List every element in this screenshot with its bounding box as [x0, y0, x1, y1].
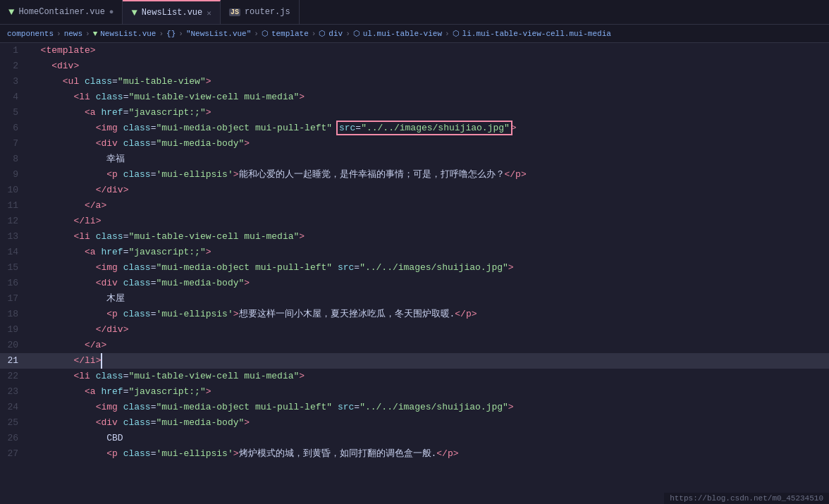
- line-num-19: 19: [0, 322, 27, 338]
- line-19: 19 </div>: [0, 322, 829, 338]
- bc-div: div: [328, 30, 343, 38]
- line-num-8: 8: [0, 152, 27, 167]
- vue-icon: ▼: [8, 6, 14, 18]
- tab-newslist-label: NewsList.vue: [142, 8, 202, 18]
- vue-icon-newslist: ▼: [131, 7, 137, 18]
- line-11: 11 </a>: [0, 198, 829, 214]
- line-num-1: 1: [0, 43, 27, 59]
- line-num-21: 21: [0, 353, 27, 369]
- line-23: 23 <a href="javascript:;">: [0, 384, 829, 400]
- bc-newslist-str: "NewsList.vue": [186, 30, 251, 38]
- line-content-2: <div>: [27, 59, 829, 74]
- line-content-8: 幸福: [27, 152, 829, 167]
- bc-ul: ul.mui-table-view: [363, 30, 442, 38]
- bc-div-icon: ⬡: [319, 29, 326, 38]
- line-num-17: 17: [0, 291, 27, 307]
- line-content-20: </a>: [27, 338, 829, 353]
- tab-newslist[interactable]: ▼ NewsList.vue ✕: [123, 0, 220, 24]
- line-num-11: 11: [0, 198, 27, 214]
- tab-newslist-close[interactable]: ✕: [207, 8, 211, 18]
- line-content-11: </a>: [27, 198, 829, 214]
- tab-home[interactable]: ▼ HomeContainer.vue ●: [0, 0, 123, 24]
- line-num-12: 12: [0, 214, 27, 229]
- breadcrumb: components › news › ▼ NewsList.vue › {} …: [0, 25, 829, 43]
- line-content-13: <li class="mui-table-view-cell mui-media…: [27, 229, 829, 245]
- line-4: 4 <li class="mui-table-view-cell mui-med…: [0, 90, 829, 105]
- line-9: 9 <p class='mui-ellipsis'>能和心爱的人一起睡觉，是件幸…: [0, 167, 829, 183]
- line-num-2: 2: [0, 59, 27, 74]
- line-num-25: 25: [0, 415, 27, 431]
- line-content-21: </li>: [27, 353, 829, 369]
- line-content-18: <p class='mui-ellipsis'>想要这样一间小木屋，夏天挫冰吃瓜…: [27, 307, 829, 322]
- status-url: https://blog.csdn.net/m0_45234510: [670, 494, 823, 503]
- line-num-13: 13: [0, 229, 27, 245]
- line-num-7: 7: [0, 136, 27, 152]
- line-content-19: </div>: [27, 322, 829, 338]
- line-content-15: <img class="mui-media-object mui-pull-le…: [27, 260, 829, 276]
- line-num-10: 10: [0, 183, 27, 198]
- line-22: 22 <li class="mui-table-view-cell mui-me…: [0, 369, 829, 384]
- line-num-6: 6: [0, 121, 27, 136]
- line-content-9: <p class='mui-ellipsis'>能和心爱的人一起睡觉，是件幸福的…: [27, 167, 829, 183]
- line-num-20: 20: [0, 338, 27, 353]
- line-25: 25 <div class="mui-media-body">: [0, 415, 829, 431]
- line-26: 26 CBD: [0, 431, 829, 446]
- line-content-7: <div class="mui-media-body">: [27, 136, 829, 152]
- line-24: 24 <img class="mui-media-object mui-pull…: [0, 400, 829, 415]
- line-content-24: <img class="mui-media-object mui-pull-le…: [27, 400, 829, 415]
- line-8: 8 幸福: [0, 152, 829, 167]
- line-2: 2 <div>: [0, 59, 829, 74]
- tab-home-dot[interactable]: ●: [109, 8, 114, 16]
- status-bar: https://blog.csdn.net/m0_45234510: [664, 493, 829, 504]
- line-content-1: <template>: [27, 43, 829, 59]
- bc-newslist: NewsList.vue: [100, 30, 156, 38]
- line-content-3: <ul class="mui-table-view">: [27, 74, 829, 90]
- line-num-14: 14: [0, 245, 27, 260]
- line-10: 10 </div>: [0, 183, 829, 198]
- line-18: 18 <p class='mui-ellipsis'>想要这样一间小木屋，夏天挫…: [0, 307, 829, 322]
- line-num-23: 23: [0, 384, 27, 400]
- line-num-26: 26: [0, 431, 27, 446]
- line-1: 1 <template>: [0, 43, 829, 59]
- bc-template-icon: ⬡: [262, 29, 269, 38]
- line-15: 15 <img class="mui-media-object mui-pull…: [0, 260, 829, 276]
- tab-bar: ▼ HomeContainer.vue ● ▼ NewsList.vue ✕ J…: [0, 0, 829, 25]
- line-content-4: <li class="mui-table-view-cell mui-media…: [27, 90, 829, 105]
- line-content-26: CBD: [27, 431, 829, 446]
- line-content-23: <a href="javascript:;">: [27, 384, 829, 400]
- bc-vue-icon: ▼: [93, 30, 98, 38]
- line-num-5: 5: [0, 105, 27, 121]
- line-num-16: 16: [0, 276, 27, 291]
- line-content-16: <div class="mui-media-body">: [27, 276, 829, 291]
- tab-router[interactable]: JS router.js: [221, 0, 300, 24]
- line-6: 6 <img class="mui-media-object mui-pull-…: [0, 121, 829, 136]
- line-content-12: </li>: [27, 214, 829, 229]
- line-12: 12 </li>: [0, 214, 829, 229]
- line-num-4: 4: [0, 90, 27, 105]
- line-20: 20 </a>: [0, 338, 829, 353]
- line-content-17: 木屋: [27, 291, 829, 307]
- bc-ul-icon: ⬡: [353, 29, 360, 38]
- line-content-27: <p class='mui-ellipsis'>烤炉模式的城，到黄昏，如同打翻的…: [27, 446, 829, 462]
- bc-components: components: [7, 30, 54, 38]
- line-content-25: <div class="mui-media-body">: [27, 415, 829, 431]
- tab-router-label: router.js: [245, 7, 290, 17]
- line-num-9: 9: [0, 167, 27, 183]
- line-content-14: <a href="javascript:;">: [27, 245, 829, 260]
- tab-home-label: HomeContainer.vue: [18, 7, 104, 17]
- bc-template: template: [271, 30, 309, 38]
- line-num-24: 24: [0, 400, 27, 415]
- line-5: 5 <a href="javascript:;">: [0, 105, 829, 121]
- line-17: 17 木屋: [0, 291, 829, 307]
- line-num-3: 3: [0, 74, 27, 90]
- editor-area: 1 <template> 2 <div> 3 <ul class="mui-ta…: [0, 43, 829, 504]
- line-content-5: <a href="javascript:;">: [27, 105, 829, 121]
- line-num-18: 18: [0, 307, 27, 322]
- line-14: 14 <a href="javascript:;">: [0, 245, 829, 260]
- bc-li: li.mui-table-view-cell.mui-media: [462, 30, 611, 38]
- line-3: 3 <ul class="mui-table-view">: [0, 74, 829, 90]
- line-num-27: 27: [0, 446, 27, 462]
- line-num-22: 22: [0, 369, 27, 384]
- line-27: 27 <p class='mui-ellipsis'>烤炉模式的城，到黄昏，如同…: [0, 446, 829, 462]
- bc-li-icon: ⬡: [453, 29, 460, 38]
